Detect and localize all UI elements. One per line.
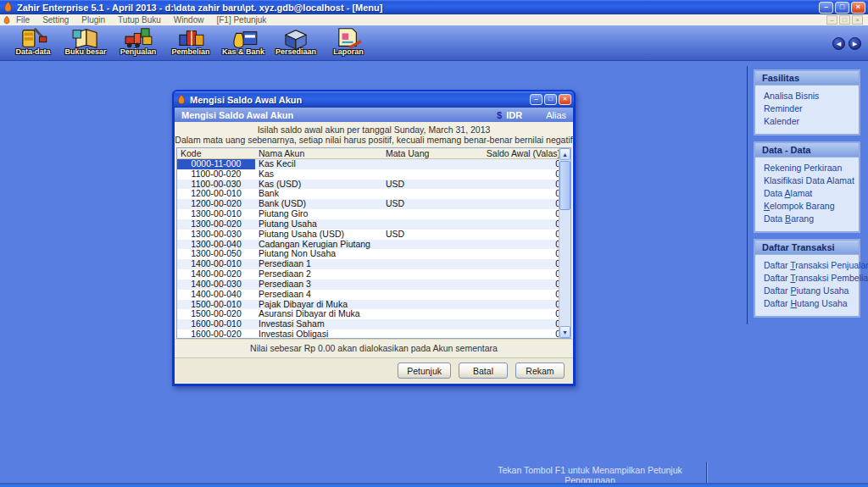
table-row[interactable]: 1400-00-040Persediaan 40 <box>177 290 570 300</box>
table-row[interactable]: 1400-00-010Persediaan 10 <box>177 259 570 269</box>
menu-item-plugin[interactable]: Plugin <box>81 15 105 25</box>
table-row[interactable]: 1600-00-020Investasi Obligasi0 <box>177 329 570 340</box>
cell-nama-akun: Asuransi Dibayar di Muka <box>255 309 382 319</box>
sidebar-item-rekening-perkiraan[interactable]: Rekening Perkiraan <box>764 162 856 174</box>
table-row[interactable]: 1200-00-020Bank (USD)USD0 <box>177 199 570 209</box>
sidebar-section-data-data: Data - DataRekening PerkiraanKlasifikasi… <box>754 142 860 232</box>
dialog-button-bar: PetunjukBatalRekam <box>175 357 573 383</box>
nav-back-button[interactable]: ◀ <box>832 37 845 50</box>
table-row[interactable]: 1600-00-010Investasi Saham0 <box>177 319 570 329</box>
toolbar-item-persediaan[interactable]: Persediaan <box>270 26 322 60</box>
toolbar-item-label: Buku besar <box>64 47 106 56</box>
toolbar-item-label: Data-data <box>15 47 50 56</box>
dialog-minimize-button[interactable]: – <box>530 94 542 105</box>
table-row[interactable]: 1300-00-050Piutang Non Usaha0 <box>177 249 570 259</box>
table-row[interactable]: 1500-00-010Pajak Dibayar di Muka0 <box>177 300 570 310</box>
toolbar-item-kas-bank[interactable]: Kas & Bank <box>217 26 270 60</box>
cell-saldo-awal: 0 <box>467 219 567 230</box>
table-row[interactable]: 0000-11-000Kas Kecil0 <box>177 159 570 169</box>
cell-saldo-awal: 0 <box>467 269 567 279</box>
dialog-header-title: Mengisi Saldo Awal Akun <box>181 110 497 120</box>
currency-code[interactable]: IDR <box>506 110 522 120</box>
sidebar-section-items: Analisa BisnisReminderKalender <box>755 86 859 134</box>
cell-kode: 1200-00-010 <box>177 189 255 199</box>
cell-mata-uang <box>382 290 467 300</box>
sidebar-item-klasifikasi-data-alamat[interactable]: Klasifikasi Data Alamat <box>764 174 856 187</box>
mdi-minimize-button[interactable]: – <box>826 15 837 25</box>
table-row[interactable]: 1300-00-030Piutang Usaha (USD)USD0 <box>177 230 570 240</box>
rekam-button[interactable]: Rekam <box>515 362 565 379</box>
cell-kode: 1400-00-030 <box>177 279 255 290</box>
table-row[interactable]: 1300-00-040Cadangan Kerugian Piutang0 <box>177 240 570 250</box>
batal-button[interactable]: Batal <box>459 362 508 379</box>
dialog-close-button[interactable]: × <box>559 94 571 105</box>
table-row[interactable]: 1400-00-030Persediaan 30 <box>177 279 570 290</box>
sidebar-item-reminder[interactable]: Reminder <box>764 102 856 115</box>
table-row[interactable]: 1100-00-030Kas (USD)USD0 <box>177 180 570 190</box>
vertical-scrollbar[interactable]: ▲ ▼ <box>559 148 570 338</box>
table-row[interactable]: 1300-00-010Piutang Giro0 <box>177 209 570 219</box>
sidebar-item-daftar-transaksi-penjualan[interactable]: Daftar Transaksi Penjualan <box>764 259 856 272</box>
restore-button[interactable]: □ <box>835 2 849 14</box>
scroll-down-icon[interactable]: ▼ <box>559 326 570 338</box>
column-header-kode[interactable]: Kode <box>177 148 255 158</box>
close-button[interactable]: × <box>851 2 865 14</box>
menu-item-setting[interactable]: Setting <box>42 15 69 25</box>
cell-saldo-awal: 0 <box>467 159 567 169</box>
sidebar-item-analisa-bisnis[interactable]: Analisa Bisnis <box>764 90 856 102</box>
menu-item-window[interactable]: Window <box>174 15 204 25</box>
sidebar-section-title: Data - Data <box>755 143 859 158</box>
dialog-maximize-button[interactable]: □ <box>544 94 557 105</box>
table-row[interactable]: 1200-00-010Bank0 <box>177 189 570 199</box>
column-header-mata-uang[interactable]: Mata Uang <box>382 148 467 158</box>
toolbar-item-label: Persediaan <box>275 47 316 56</box>
sidebar-item-data-barang[interactable]: Data Barang <box>764 213 856 225</box>
column-header-saldo-awal[interactable]: Saldo Awal (Valas) <box>467 148 567 158</box>
toolbar-item-pembelian[interactable]: Pembelian <box>164 26 217 60</box>
sidebar-item-kalender[interactable]: Kalender <box>764 115 856 128</box>
toolbar-item-data-data[interactable]: Data-data <box>7 26 59 60</box>
toolbar-item-laporan[interactable]: Laporan <box>322 26 375 60</box>
toolbar-item-penjualan[interactable]: Penjualan <box>112 26 164 60</box>
sidebar-item-daftar-transaksi-pembelian[interactable]: Daftar Transaksi Pembelian <box>764 272 856 285</box>
sidebar-item-data-alamat[interactable]: Data Alamat <box>764 187 856 200</box>
cell-saldo-awal: 0 <box>467 290 567 300</box>
scrollbar-thumb[interactable] <box>559 161 570 210</box>
cell-nama-akun: Piutang Non Usaha <box>255 249 382 259</box>
sidebar-item-daftar-piutang-usaha[interactable]: Daftar Piutang Usaha <box>764 285 856 297</box>
sidebar-item-daftar-hutang-usaha[interactable]: Daftar Hutang Usaha <box>764 297 856 310</box>
toolbar-item-buku-besar[interactable]: Buku besar <box>59 26 112 60</box>
petunjuk-button[interactable]: Petunjuk <box>398 362 451 379</box>
menu-item-tutup-buku[interactable]: Tutup Buku <box>118 15 161 25</box>
cell-mata-uang: USD <box>382 180 467 190</box>
scroll-up-icon[interactable]: ▲ <box>559 148 570 160</box>
cell-nama-akun: Persediaan 3 <box>255 279 382 290</box>
table-row[interactable]: 1100-00-020Kas0 <box>177 169 570 180</box>
cell-mata-uang <box>382 319 467 329</box>
cell-mata-uang: USD <box>382 230 467 240</box>
menu-item-file[interactable]: File <box>16 15 30 25</box>
sidebar-item-kelompok-barang[interactable]: Kelompok Barang <box>764 200 856 213</box>
column-header-nama-akun[interactable]: Nama Akun <box>255 148 382 158</box>
grid-header-row: Kode Nama Akun Mata Uang Saldo Awal (Val… <box>177 148 570 159</box>
cell-mata-uang <box>382 259 467 269</box>
nav-forward-button[interactable]: ▶ <box>849 37 861 50</box>
alias-toggle[interactable]: Alias <box>546 110 566 120</box>
app-icon <box>3 2 14 13</box>
cell-saldo-awal: 0 <box>467 230 567 240</box>
cell-nama-akun: Bank (USD) <box>255 199 382 209</box>
minimize-button[interactable]: – <box>819 2 833 14</box>
cell-mata-uang <box>382 300 467 310</box>
cell-saldo-awal: 0 <box>467 249 567 259</box>
instruction-line-2: Dalam mata uang sebenarnya, setiap nilai… <box>175 135 573 145</box>
table-row[interactable]: 1500-00-020Asuransi Dibayar di Muka0 <box>177 309 570 319</box>
shortcut-sidebar: FasilitasAnalisa BisnisReminderKalenderD… <box>747 66 864 324</box>
mdi-restore-button[interactable]: □ <box>839 15 850 25</box>
mdi-close-button[interactable]: × <box>852 15 863 25</box>
table-row[interactable]: 1400-00-020Persediaan 20 <box>177 269 570 279</box>
cell-nama-akun: Kas <box>255 169 382 180</box>
cell-saldo-awal: 0 <box>467 199 567 209</box>
menu-item-f1-petunjuk[interactable]: [F1] Petunjuk <box>216 15 266 25</box>
cell-kode: 1400-00-010 <box>177 259 255 269</box>
table-row[interactable]: 1300-00-020Piutang Usaha0 <box>177 219 570 230</box>
